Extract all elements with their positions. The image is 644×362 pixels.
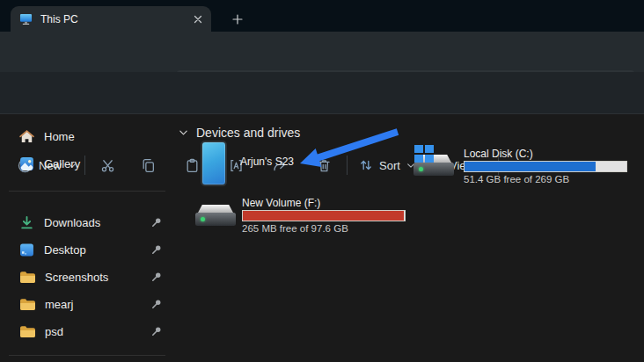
folder-icon — [19, 325, 35, 338]
sidebar-item-mearj[interactable]: mearj — [7, 291, 171, 317]
disk-usage-fill — [243, 211, 404, 221]
pin-icon — [151, 244, 162, 257]
items-view: Devices and drives Arjun's S23 Local Dis… — [176, 114, 644, 362]
downloads-icon — [19, 215, 34, 230]
navigation-pane: Home Gallery Downloads Desktop Screensho… — [0, 114, 176, 362]
command-toolbar: New Sort View — [0, 72, 644, 114]
sidebar-divider — [9, 355, 165, 356]
this-pc-icon — [19, 13, 33, 25]
sidebar-item-label: Desktop — [44, 243, 86, 257]
tab-close-icon[interactable] — [194, 15, 202, 24]
device-name: Arjun's S23 — [240, 156, 294, 168]
sidebar-item-label: Downloads — [44, 216, 100, 229]
section-title: Devices and drives — [196, 126, 300, 140]
sidebar-item-label: Screenshots — [45, 271, 108, 284]
folder-icon — [19, 298, 35, 311]
drive-led — [201, 217, 205, 221]
sidebar-item-psd[interactable]: psd — [7, 318, 171, 344]
tab-strip: This PC — [0, 0, 644, 32]
windows-logo-icon — [414, 145, 434, 163]
sidebar-item-downloads[interactable]: Downloads — [7, 209, 171, 235]
drive-name: Local Disk (C:) — [464, 148, 533, 160]
phone-icon — [201, 141, 227, 186]
hard-drive-icon — [195, 205, 236, 228]
home-icon — [19, 129, 34, 144]
pin-icon — [151, 217, 162, 230]
file-explorer-window: This PC This PC New — [0, 0, 644, 362]
pin-icon — [151, 272, 162, 285]
disk-usage-fill — [465, 162, 596, 171]
sidebar-item-desktop[interactable]: Desktop — [7, 236, 171, 263]
plus-icon — [232, 14, 243, 25]
chevron-down-icon — [179, 129, 188, 136]
sidebar-item-home[interactable]: Home — [7, 123, 171, 149]
navigation-bar: This PC — [0, 32, 644, 72]
pin-icon — [151, 299, 162, 312]
tab-this-pc[interactable]: This PC — [11, 6, 211, 32]
new-tab-button[interactable] — [227, 9, 248, 30]
sidebar-item-label: mearj — [45, 298, 74, 311]
pin-icon — [151, 326, 162, 339]
sidebar-item-screenshots[interactable]: Screenshots — [7, 264, 171, 290]
tab-title: This PC — [40, 13, 186, 25]
desktop-icon — [19, 243, 34, 257]
sidebar-item-label: psd — [45, 325, 63, 338]
free-space-text: 51.4 GB free of 269 GB — [464, 174, 569, 185]
disk-usage-bar — [242, 210, 406, 221]
sidebar-divider — [9, 191, 165, 192]
section-devices-and-drives[interactable]: Devices and drives — [179, 126, 300, 140]
disk-usage-bar — [464, 161, 627, 172]
sidebar-item-label: Gallery — [44, 157, 80, 170]
drive-led — [419, 167, 423, 171]
free-space-text: 265 MB free of 97.6 GB — [242, 223, 348, 234]
sidebar-item-gallery[interactable]: Gallery — [7, 150, 171, 177]
gallery-icon — [19, 156, 34, 171]
drive-name: New Volume (F:) — [242, 197, 320, 209]
sidebar-item-label: Home — [44, 130, 75, 143]
folder-icon — [19, 271, 35, 284]
